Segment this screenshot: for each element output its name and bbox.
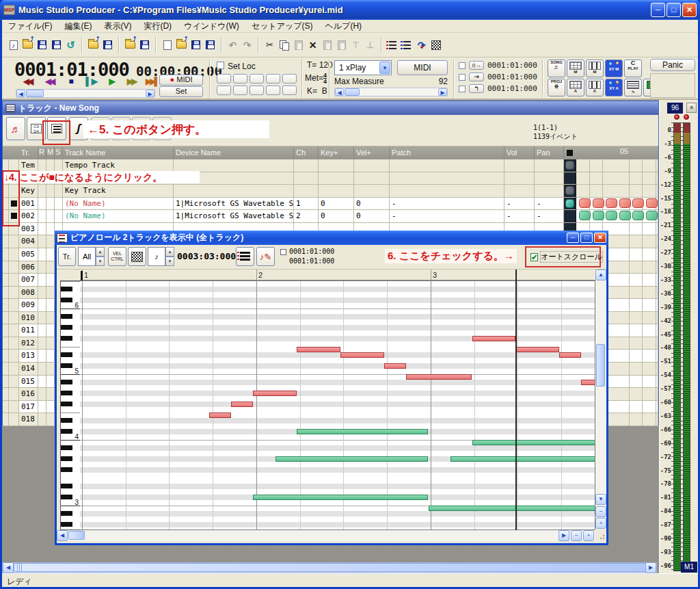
track-list-m-button[interactable]: M [567, 60, 584, 77]
event-list-red-button[interactable] [386, 37, 400, 53]
pencil-note-button[interactable]: ♪✎ [256, 247, 275, 266]
resize-grip[interactable] [595, 530, 606, 541]
scroll-up-icon[interactable]: ▲ [595, 270, 606, 280]
mixer-a-button[interactable]: A [586, 79, 604, 96]
piano-roll-ruler[interactable]: 123 [80, 270, 595, 280]
midi-note[interactable] [515, 347, 559, 352]
black-key[interactable] [61, 484, 72, 488]
zoom-in-v-button[interactable]: + [595, 518, 606, 529]
set-loc-slot[interactable] [217, 74, 231, 83]
xy-a-button[interactable]: XY A [605, 79, 623, 96]
loc-end-icon[interactable]: ⇥ [469, 73, 484, 81]
set-loc-slot[interactable] [250, 74, 264, 83]
black-key[interactable] [61, 511, 72, 516]
spin-down-icon[interactable]: ▼ [96, 257, 105, 266]
xy-m-button[interactable]: XY M [605, 60, 623, 77]
track-state-blob[interactable] [565, 186, 574, 195]
panic-button[interactable]: Panic [650, 59, 695, 71]
black-key[interactable] [61, 418, 72, 423]
loc-checkbox-2[interactable] [459, 73, 466, 83]
set-loc-slot[interactable] [282, 74, 297, 83]
set-loc-slot[interactable] [282, 86, 297, 95]
scroll-thumb[interactable] [345, 88, 360, 96]
mdi-hscrollbar[interactable]: ◀ ▶ [2, 562, 657, 573]
new-file-button[interactable] [160, 37, 174, 53]
header-key[interactable]: Key+ [319, 146, 354, 159]
mixer-m-button[interactable]: M [586, 60, 604, 77]
midi-note[interactable] [406, 374, 472, 380]
black-key[interactable] [61, 325, 72, 330]
header-r[interactable]: R [38, 146, 46, 159]
spin-up-icon[interactable]: ▲ [165, 247, 174, 257]
set-loc-slot[interactable] [266, 86, 280, 95]
set-loc-slot[interactable] [233, 86, 247, 95]
title-bar[interactable]: MSP Music Studio Producer - C:¥Program F… [0, 0, 700, 20]
maximize-button[interactable]: □ [667, 3, 681, 17]
new-song-button[interactable]: ♪ [6, 37, 21, 53]
undo-button[interactable]: ↶ [226, 37, 240, 53]
meter-device-box[interactable]: M1 [681, 562, 697, 573]
piano-roll-grid[interactable] [80, 280, 595, 530]
pr-vscrollbar[interactable]: ▲ ▼ − + [595, 270, 606, 529]
vscroll-thumb[interactable] [596, 344, 605, 387]
loc-range-checkbox[interactable] [280, 249, 286, 255]
scroll-left-icon[interactable]: ◀ [335, 88, 344, 96]
black-key[interactable] [61, 445, 72, 450]
position-scrollbar[interactable]: ◀ ▶ [16, 89, 155, 98]
minimize-button[interactable]: ─ [651, 3, 665, 17]
spin-down-icon[interactable]: ▼ [165, 257, 174, 266]
track-row-001[interactable]: 001 (No Name) 1|Microsoft GS Wavetable S… [3, 198, 658, 211]
clip-cell[interactable] [632, 198, 644, 208]
copy-button[interactable] [277, 37, 291, 53]
menu-edit[interactable]: 編集(E) [58, 19, 98, 34]
header-s[interactable]: S [55, 146, 63, 159]
black-key[interactable] [61, 363, 72, 368]
midi-note[interactable] [231, 402, 253, 407]
rewind-start-button[interactable]: ◀◀ [18, 76, 36, 87]
midi-note[interactable] [253, 391, 297, 396]
black-key[interactable] [61, 467, 72, 472]
loc-checkbox-3[interactable] [459, 85, 466, 94]
open-file-button[interactable] [174, 37, 189, 53]
midi-note[interactable] [450, 456, 595, 462]
menu-help[interactable]: ヘルプ(H) [319, 19, 368, 34]
paste-insert-button[interactable] [334, 37, 349, 53]
track-row-tempo[interactable]: Tem Tempo Track [3, 159, 658, 172]
black-key[interactable] [61, 429, 72, 434]
stop-button[interactable]: ■ [62, 76, 80, 87]
scroll-left-icon[interactable]: ◀ [16, 90, 25, 97]
set-loc-slot[interactable] [233, 74, 247, 83]
zoom-out-v-button[interactable]: − [595, 506, 606, 517]
black-key[interactable] [61, 391, 72, 395]
midi-note[interactable] [581, 380, 595, 385]
black-key[interactable] [61, 287, 72, 291]
track-window-titlebar[interactable]: トラック - New Song [3, 101, 658, 115]
set-loc-slot[interactable] [250, 86, 264, 95]
clip-cell[interactable] [593, 198, 604, 208]
black-key[interactable] [61, 298, 72, 302]
bar-list-button[interactable] [236, 247, 254, 266]
midi-record-button[interactable]: ● MIDI [159, 75, 203, 86]
clip-cell[interactable] [646, 198, 658, 208]
midi-note[interactable] [384, 363, 406, 369]
midi-note[interactable] [209, 413, 231, 418]
menu-view[interactable]: 表示(V) [98, 19, 137, 34]
midi-button[interactable]: MIDI [397, 60, 448, 75]
header-vol[interactable]: Vol [504, 146, 535, 159]
scroll-right-icon[interactable]: ▶ [146, 90, 154, 97]
save-midi-button[interactable] [100, 37, 115, 53]
menu-setup[interactable]: セットアップ(S) [245, 19, 319, 34]
header-device-name[interactable]: Device Name [174, 146, 294, 159]
loc-return-icon[interactable]: ↰ [469, 84, 484, 93]
header-vel[interactable]: Vel+ [354, 146, 390, 159]
clip-cell[interactable] [619, 198, 631, 208]
menu-execute[interactable]: 実行(D) [137, 19, 178, 34]
open-song-button[interactable] [21, 37, 35, 53]
black-key[interactable] [61, 522, 72, 527]
piano-keys[interactable]: 6543 [60, 280, 80, 530]
loc-start-icon[interactable]: 0→ [469, 61, 484, 70]
midi-note[interactable] [253, 495, 428, 500]
play-mode-select[interactable]: 1 xPlay▼ [334, 60, 392, 75]
black-key[interactable] [61, 380, 72, 384]
delete-button[interactable]: ✕ [306, 37, 320, 53]
